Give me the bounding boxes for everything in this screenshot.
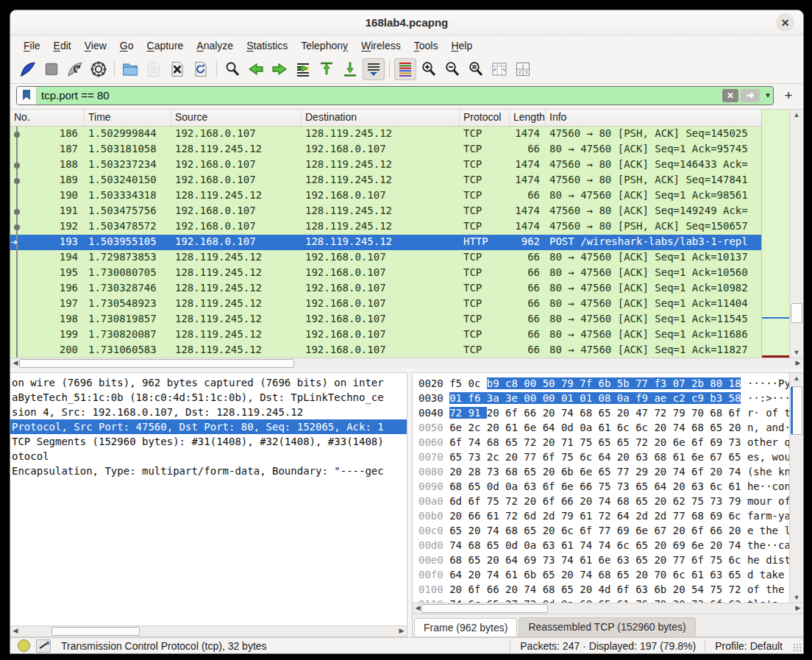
bytes-vscroll-thumb[interactable]: [791, 386, 802, 435]
hex-row-0020[interactable]: 0020 f5 0c b9 c8 00 50 79 7f 6b 5b 77 f3…: [419, 376, 790, 391]
scroll-left-icon[interactable]: ◀: [10, 626, 21, 636]
display-filter-input[interactable]: tcp.port == 80: [37, 89, 722, 102]
resize-grip[interactable]: [793, 643, 802, 652]
bytes-vscrollbar[interactable]: ▲ ▼: [789, 373, 803, 603]
go-back-icon[interactable]: [245, 58, 267, 80]
column-header-length[interactable]: Length: [510, 110, 546, 126]
add-filter-button[interactable]: +: [780, 88, 797, 104]
packet-row-189[interactable]: 1891.503240150192.168.0.107128.119.245.1…: [10, 173, 762, 188]
hex-row-00c0[interactable]: 00c0 65 20 74 68 65 20 6c 6f 77 69 6e 67…: [419, 523, 790, 538]
go-last-packet-icon[interactable]: [339, 58, 361, 80]
layout-pages-icon[interactable]: 123: [512, 58, 534, 80]
display-filter-field[interactable]: tcp.port == 80 ✕ ➜ ▼: [16, 86, 774, 105]
scroll-up-icon[interactable]: ▲: [790, 110, 803, 120]
capture-options-icon[interactable]: [88, 58, 110, 80]
zoom-in-icon[interactable]: [418, 58, 440, 80]
hex-row-00e0[interactable]: 00e0 68 65 20 64 69 73 74 61 6e 63 65 20…: [419, 553, 790, 567]
column-header-no[interactable]: No.: [10, 110, 85, 126]
bytes-hscrollbar[interactable]: ◀ ▶: [413, 603, 803, 614]
packet-row-190[interactable]: 1901.503334318128.119.245.12192.168.0.10…: [10, 188, 762, 204]
hex-dump[interactable]: 0020 f5 0c b9 c8 00 50 79 7f 6b 5b 77 f3…: [413, 373, 790, 603]
menu-wireless[interactable]: Wireless: [355, 38, 407, 54]
titlebar[interactable]: 168lab4.pcapng ✕: [10, 10, 803, 35]
zoom-original-icon[interactable]: [465, 58, 487, 80]
detail-line-6[interactable]: Encapsulation, Type: multipart/form-data…: [10, 464, 407, 478]
colorize-packets-icon[interactable]: [394, 58, 416, 80]
packet-list-hscroll-thumb[interactable]: [19, 359, 294, 368]
menu-capture[interactable]: Capture: [141, 38, 190, 54]
bytes-tab-reassembled-tcp[interactable]: Reassembled TCP (152960 bytes): [519, 617, 695, 636]
find-packet-icon[interactable]: [221, 58, 243, 80]
close-file-icon[interactable]: [166, 58, 188, 80]
detail-line-0[interactable]: on wire (7696 bits), 962 bytes captured …: [10, 375, 407, 390]
packet-row-197[interactable]: 1971.730548923128.119.245.12192.168.0.10…: [10, 297, 762, 312]
packet-row-193[interactable]: ➔1931.503955105192.168.0.107128.119.245.…: [10, 235, 762, 250]
column-header-protocol[interactable]: Protocol: [460, 110, 510, 126]
chevron-down-icon[interactable]: ▼: [763, 91, 773, 99]
packet-list-vscrollbar[interactable]: ▲ ▼: [789, 110, 803, 358]
menu-file[interactable]: File: [18, 38, 46, 54]
menu-view[interactable]: View: [79, 38, 113, 54]
packet-row-199[interactable]: 1991.730820087128.119.245.12192.168.0.10…: [10, 327, 762, 343]
auto-scroll-icon[interactable]: [363, 58, 385, 80]
packet-list-vscroll-thumb[interactable]: [791, 303, 802, 323]
packet-row-195[interactable]: 1951.730080705128.119.245.12192.168.0.10…: [10, 266, 762, 281]
zoom-out-icon[interactable]: [441, 58, 463, 80]
hex-row-0040[interactable]: 0040 72 91 20 6f 66 20 74 68 65 20 47 72…: [419, 405, 790, 420]
open-file-icon[interactable]: [119, 58, 141, 80]
reload-file-icon[interactable]: [190, 58, 212, 80]
scroll-up-icon[interactable]: ▲: [790, 373, 803, 383]
hex-row-0060[interactable]: 0060 6f 74 68 65 72 20 71 75 65 65 72 20…: [419, 435, 790, 450]
start-capture-icon[interactable]: [17, 58, 39, 80]
packet-row-198[interactable]: 1981.730819857128.119.245.12192.168.0.10…: [10, 312, 762, 327]
intelligent-scrollbar-minimap[interactable]: [761, 110, 790, 358]
column-header-source[interactable]: Source: [171, 110, 302, 126]
packet-row-192[interactable]: 1921.503478572192.168.0.107128.119.245.1…: [10, 219, 762, 235]
packet-row-194[interactable]: 1941.729873853128.119.245.12192.168.0.10…: [10, 250, 762, 266]
hex-row-00b0[interactable]: 00b0 20 66 61 72 6d 2d 79 61 72 64 2d 2d…: [419, 508, 790, 523]
restart-capture-icon[interactable]: [64, 58, 86, 80]
packet-list-hscrollbar[interactable]: ◀ ▶: [10, 358, 803, 369]
menu-help[interactable]: Help: [445, 38, 478, 54]
packet-row-191[interactable]: 1911.503475756192.168.0.107128.119.245.1…: [10, 204, 762, 219]
hex-row-0030[interactable]: 0030 01 f6 3a 3e 00 00 01 01 08 0a f9 ae…: [419, 391, 790, 405]
packet-row-200[interactable]: 2001.731060583128.119.245.12192.168.0.10…: [10, 343, 762, 358]
menu-edit[interactable]: Edit: [48, 38, 77, 54]
hex-row-00f0[interactable]: 00f0 64 20 74 61 6b 65 20 74 68 65 20 70…: [419, 567, 790, 582]
scroll-right-icon[interactable]: ▶: [793, 358, 803, 369]
status-profile[interactable]: Profile: Default: [715, 640, 783, 652]
packet-row-187[interactable]: 1871.503181058128.119.245.12192.168.0.10…: [10, 142, 762, 157]
close-icon[interactable]: ✕: [776, 13, 794, 32]
hex-row-0090[interactable]: 0090 68 65 0d 0a 63 6f 6e 66 75 73 65 64…: [419, 479, 790, 494]
detail-line-4[interactable]: TCP Segments (152960 bytes): #31(1408), …: [10, 434, 407, 449]
hex-row-00a0[interactable]: 00a0 6d 6f 75 72 20 6f 66 20 74 68 65 20…: [419, 494, 790, 508]
scroll-right-icon[interactable]: ▶: [793, 603, 803, 614]
hex-row-0110[interactable]: 0110 74 6c 65 27 73 0d 0a 68 65 61 76 79…: [419, 597, 790, 603]
packet-row-196[interactable]: 1961.730328746128.119.245.12192.168.0.10…: [10, 281, 762, 297]
menu-telephony[interactable]: Telephony: [295, 38, 354, 54]
capture-comment-icon[interactable]: [36, 639, 51, 653]
detail-line-3[interactable]: Protocol, Src Port: 47560, Dst Port: 80,…: [10, 419, 407, 434]
packet-row-188[interactable]: 1881.503237234192.168.0.107128.119.245.1…: [10, 157, 762, 173]
bookmark-icon[interactable]: [17, 87, 37, 104]
hex-row-0070[interactable]: 0070 65 73 2c 20 77 6f 75 6c 64 20 63 68…: [419, 450, 790, 464]
go-forward-icon[interactable]: [268, 58, 291, 80]
apply-filter-icon[interactable]: ➜: [741, 89, 760, 102]
scroll-right-icon[interactable]: ▶: [396, 626, 407, 636]
packet-row-186[interactable]: 1861.502999844192.168.0.107128.119.245.1…: [10, 127, 762, 142]
resize-columns-icon[interactable]: [488, 58, 510, 80]
details-hscrollbar[interactable]: ◀ ▶: [10, 625, 407, 636]
go-to-packet-icon[interactable]: [292, 58, 314, 80]
clear-filter-icon[interactable]: ✕: [722, 89, 738, 102]
column-header-time[interactable]: Time: [85, 110, 171, 126]
go-first-packet-icon[interactable]: [316, 58, 338, 80]
scroll-down-icon[interactable]: ▼: [790, 592, 803, 603]
expert-info-icon[interactable]: [18, 639, 30, 652]
hex-row-00d0[interactable]: 00d0 74 68 65 0d 0a 63 61 74 74 6c 65 20…: [419, 538, 790, 553]
detail-line-5[interactable]: otocol: [10, 449, 407, 464]
menu-statistics[interactable]: Statistics: [241, 38, 293, 54]
menu-tools[interactable]: Tools: [408, 38, 444, 54]
menu-analyze[interactable]: Analyze: [190, 38, 239, 54]
scroll-down-icon[interactable]: ▼: [790, 347, 803, 358]
menu-go[interactable]: Go: [114, 38, 140, 54]
